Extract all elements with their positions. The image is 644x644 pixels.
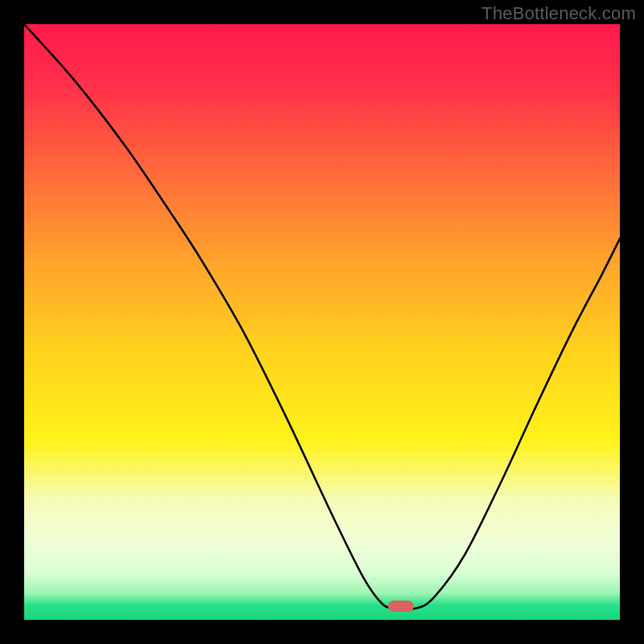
optimal-marker — [388, 601, 414, 612]
watermark-text: TheBottleneck.com — [481, 3, 636, 24]
bottleneck-curve — [24, 24, 620, 620]
chart-frame: TheBottleneck.com — [0, 0, 644, 644]
plot-area — [24, 24, 620, 620]
